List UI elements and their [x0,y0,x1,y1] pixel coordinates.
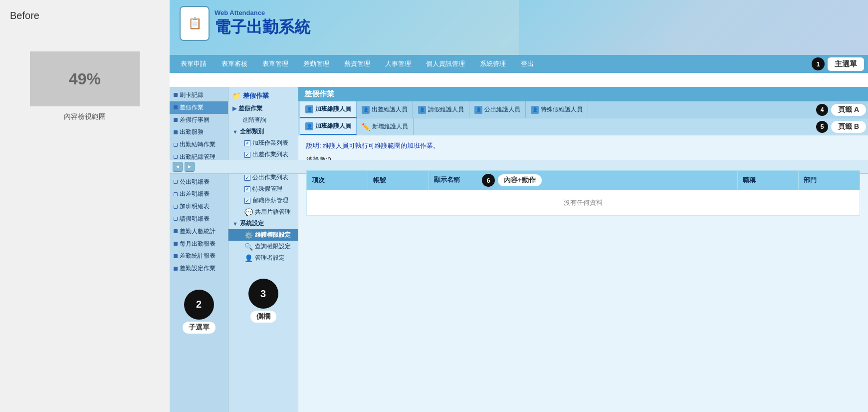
tabs-row-b: 👤 加班維護人員 ✏️ 新增維護人員 5 頁籤 B [298,118,868,135]
sub-menu-item-transfer[interactable]: 出勤結轉作業 [170,138,228,151]
nav-item-hr[interactable]: 人事管理 [378,57,418,70]
bullet-icon [174,93,178,97]
tab-b-badge: 5 [816,121,828,133]
nav-item-personal[interactable]: 個人資訊管理 [419,57,472,70]
table-header-name: 顯示名稱 6 內容+動作 [429,171,737,190]
check-icon: ✓ [244,186,250,192]
side-panel-maintain-permission[interactable]: ⚙️ 維護權限設定 [228,229,298,241]
progress-container: 49% [30,51,140,106]
nav-item-salary[interactable]: 薪資管理 [337,57,377,70]
sub-menu-item-stats[interactable]: 差勤人數統計 [170,225,228,238]
data-table: 項次 帳號 顯示名稱 6 內容+動作 [306,170,860,216]
tab-a-trip[interactable]: 👤 出差維護人員 [357,101,413,118]
nav-badge-area: 1 主選單 [812,57,864,71]
bullet-icon [174,242,178,246]
main-title-bar: 差假作業 [298,87,868,101]
sub-menu-item-stat-report[interactable]: 差勤統計報表 [170,250,228,262]
side-panel-header: 📁 差假作業 [228,89,298,103]
nav-badge-1: 1 [812,57,825,70]
tab-icon: 👤 [305,122,313,130]
bullet-icon [174,105,178,109]
bullet-outline-icon [174,155,178,159]
side-panel-advanced-search[interactable]: 進階查詢 [228,114,298,126]
sub-menu-item-attendance-service[interactable]: 出勤服務 [170,126,228,138]
tab-b-overtime[interactable]: 👤 加班維護人員 [300,118,357,135]
bullet-icon [174,229,178,233]
tab-icon: 👤 [362,106,370,114]
nav-item-logout[interactable]: 登出 [514,57,541,70]
tab-a-leave[interactable]: 👤 請假維護人員 [413,101,469,118]
side-panel-phrase[interactable]: 💬 共用片語管理 [228,206,298,218]
side-panel-overtime-list[interactable]: ✓ 加班作業列表 [228,137,298,149]
toolbar-forward-btn[interactable]: ► [185,162,195,172]
before-label: Before [10,10,39,21]
table-header-account: 帳號 [368,171,429,190]
side-panel: 📁 差假作業 ▶ 差假作業 進階查詢 ▼ 全部類別 ✓ 加班作業列表 [228,87,298,412]
sub-menu-item-trip-detail[interactable]: 出差明細表 [170,188,228,200]
content-view-label: 內容檢視範圍 [64,112,106,121]
sub-menu-item-calendar[interactable]: 差假行事曆 [170,114,228,126]
progress-value: 49% [69,70,101,88]
three-col-layout: 刷卡記錄 差假作業 差假行事曆 出勤服務 出勤結轉作業 [170,87,868,412]
description-text: 說明: 維護人員可執行可維護範圍的加班作業。 [306,141,860,150]
side-panel-special-leave[interactable]: ✓ 特殊假管理 [228,183,298,195]
tab-icon: 👤 [418,106,426,114]
side-panel-all-category[interactable]: ▼ 全部類別 [228,126,298,137]
side-panel-system-settings[interactable]: ▼ 系統設定 [228,218,298,229]
side-panel-admin-settings[interactable]: 👤 管理者設定 [228,252,298,264]
bullet-icon [174,267,178,271]
tab-a-badge-container: 4 頁籤 A [816,104,866,116]
nav-item-attendance[interactable]: 差勤管理 [296,57,336,70]
sub-menu-item-overtime-detail[interactable]: 加班明細表 [170,200,228,213]
table-header-title: 職稱 [737,171,799,190]
sub-menu-item-leave[interactable]: 差假作業 [170,101,228,114]
before-panel: Before 49% 內容檢視範圍 [0,0,170,412]
bullet-icon [174,254,178,258]
sub-menu-item-settings[interactable]: 差勤設定作業 [170,262,228,275]
content-label: 內容+動作 [498,174,542,186]
side-panel-query-permission[interactable]: 🔍 查詢權限設定 [228,241,298,252]
side-panel-trip-list[interactable]: ✓ 出差作業列表 [228,149,298,160]
sub-menu-item-holiday-detail[interactable]: 請假明細表 [170,213,228,225]
no-data-cell: 沒有任何資料 [307,190,860,216]
logo-icon: 📋 [180,6,210,41]
tab-icon: 👤 [531,106,539,114]
table-header-index: 項次 [307,171,368,190]
check-icon: ✓ [244,152,250,158]
table-header-dept: 部門 [799,171,860,190]
logo-title: 電子出勤系統 [215,16,310,38]
main-content: 差假作業 👤 加班維護人員 👤 出差維護人員 👤 請假維護人員 [298,87,868,412]
sub-menu-badge-label: 子選單 [183,322,216,334]
nav-bar: 表單申請 表單審核 表單管理 差勤管理 薪資管理 人事管理 個人資訊管理 系統管… [170,55,868,73]
app-header: 📋 Web Attendance 電子出勤系統 [170,0,868,55]
bullet-outline-icon [174,217,178,221]
sub-menu-item-official-detail[interactable]: 公出明細表 [170,176,228,188]
table-container: 項次 帳號 顯示名稱 6 內容+動作 [306,170,860,216]
tab-b-add[interactable]: ✏️ 新增維護人員 [357,118,414,135]
sub-menu-item-monthly[interactable]: 每月出勤報表 [170,238,228,250]
toolbar-back-btn[interactable]: ◄ [173,162,183,172]
tab-b-badge-container: 5 頁籤 B [816,121,866,133]
tabs-row-a: 👤 加班維護人員 👤 出差維護人員 👤 請假維護人員 👤 公出維護人員 [298,101,868,118]
nav-item-form-manage[interactable]: 表單管理 [255,57,295,70]
tab-a-official[interactable]: 👤 公出維護人員 [469,101,526,118]
sub-menu-badge: 2 [184,290,214,320]
side-panel-section-leave[interactable]: ▶ 差假作業 [228,103,298,114]
header-bg [519,0,868,55]
bullet-outline-icon [174,180,178,184]
sub-menu-item-card[interactable]: 刷卡記錄 [170,89,228,101]
nav-item-system[interactable]: 系統管理 [473,57,513,70]
tab-a-special[interactable]: 👤 特殊假維護人員 [526,101,588,118]
sub-menu: 刷卡記錄 差假作業 差假行事曆 出勤服務 出勤結轉作業 [170,87,228,412]
side-panel-badge: 3 [248,279,278,309]
side-panel-suspension[interactable]: ✓ 留職停薪管理 [228,195,298,206]
bullet-icon [174,130,178,134]
nav-item-form-review[interactable]: 表單審核 [215,57,254,70]
tab-icon: 👤 [474,106,482,114]
main-menu-button[interactable]: 主選單 [828,57,864,71]
table-row-empty: 沒有任何資料 [307,190,860,216]
logo-text: Web Attendance 電子出勤系統 [215,9,310,38]
nav-item-form-apply[interactable]: 表單申請 [174,57,214,70]
tab-a-overtime[interactable]: 👤 加班維護人員 [300,101,357,118]
main-body: 說明: 維護人員可執行可維護範圍的加班作業。 總筆數:0 項次 帳號 顯示名稱 [298,135,868,412]
